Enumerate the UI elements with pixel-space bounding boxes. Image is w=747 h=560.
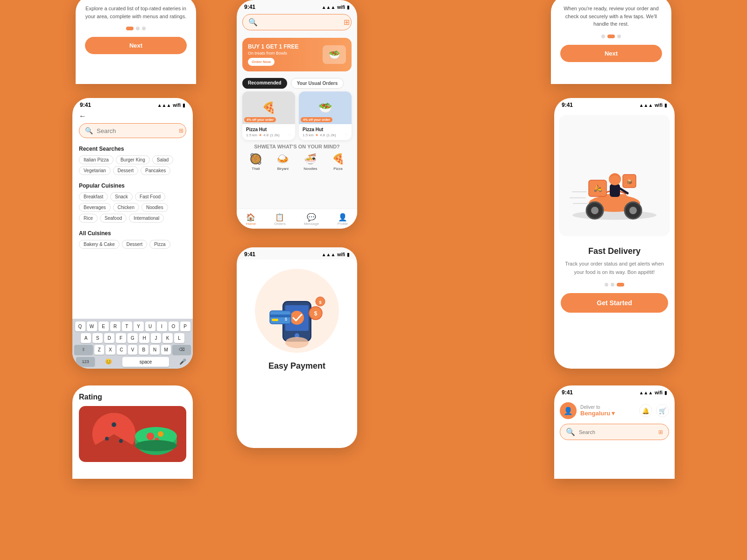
tab-recommended[interactable]: Recommended	[242, 78, 287, 89]
tag-italian-pizza[interactable]: Italian Pizza	[79, 155, 113, 164]
key-space[interactable]: space	[122, 357, 169, 367]
pizza-icon: 🍕	[332, 153, 345, 165]
tab-usual-orders[interactable]: Your Usual Orders	[291, 78, 344, 89]
nav-home[interactable]: 🏠 Home	[246, 213, 256, 226]
key-backspace[interactable]: ⌫	[172, 345, 191, 355]
tag-burger-king[interactable]: Burger King	[116, 155, 150, 164]
phone-search: 9:41 ▲▲▲ wifi ▮ ← 🔍 ⊞ Recent Searches It…	[72, 98, 193, 369]
key-e[interactable]: E	[99, 322, 109, 331]
food-image	[79, 406, 186, 462]
heart-icon-1[interactable]: ♡	[288, 133, 291, 137]
star-icon-1: ★	[259, 133, 262, 137]
restaurant-card-1[interactable]: 🍕 4% off your order Pizza Hut 1.5 km ★ 4…	[242, 91, 295, 140]
key-l[interactable]: L	[174, 333, 184, 343]
tag-rice[interactable]: Rice	[79, 214, 98, 223]
wifi-icon: wifi	[337, 5, 345, 10]
notification-icon[interactable]: 🔔	[639, 404, 652, 417]
tag-fast-food[interactable]: Fast Food	[135, 192, 165, 201]
tag-seafood[interactable]: Seafood	[100, 214, 127, 223]
signal-icon-p: ▲▲▲	[322, 252, 336, 257]
mic-key[interactable]: 🎤	[176, 357, 189, 367]
key-v[interactable]: V	[128, 345, 138, 355]
key-w[interactable]: W	[87, 322, 97, 331]
key-k[interactable]: K	[162, 333, 173, 343]
key-z[interactable]: Z	[94, 345, 104, 355]
search-input[interactable]	[97, 127, 175, 134]
food-item-thali[interactable]: 🥘 Thali	[249, 153, 262, 171]
tag-noodles[interactable]: Noodles	[141, 203, 168, 212]
tag-dessert-all[interactable]: Dessert	[122, 240, 147, 249]
svg-text:📦: 📦	[627, 179, 633, 185]
next-button-left[interactable]: Next	[85, 37, 187, 54]
tag-bakery-cake[interactable]: Bakery & Cake	[79, 240, 120, 249]
key-shift[interactable]: ⇧	[74, 345, 93, 355]
key-q[interactable]: Q	[75, 322, 85, 331]
key-y[interactable]: Y	[134, 322, 144, 331]
tag-salad[interactable]: Salad	[152, 155, 174, 164]
tag-breakfast[interactable]: Breakfast	[79, 192, 108, 201]
address-search-input[interactable]	[579, 429, 655, 435]
nav-orders[interactable]: 📋 Orders	[274, 213, 285, 226]
chevron-down-icon[interactable]: ▾	[612, 410, 615, 417]
key-a[interactable]: A	[81, 333, 91, 343]
tag-chicken[interactable]: Chicken	[113, 203, 139, 212]
kb-row-3: ⇧ Z X C V B N M ⌫	[74, 345, 191, 355]
search-bar[interactable]: 🔍 ⊞	[79, 123, 186, 138]
home-search-input[interactable]	[261, 19, 340, 26]
svg-point-6	[591, 207, 599, 214]
tag-snack[interactable]: Snack	[110, 192, 133, 201]
key-t[interactable]: T	[122, 322, 132, 331]
filter-icon: ⊞	[344, 18, 350, 27]
food-item-noodles[interactable]: 🍜 Noodles	[303, 153, 317, 171]
heart-icon-2[interactable]: ♡	[345, 133, 348, 137]
key-u[interactable]: U	[145, 322, 155, 331]
promo-banner[interactable]: BUY 1 GET 1 FREE On treats from Bowls Or…	[242, 38, 352, 71]
tag-vegetarian[interactable]: Vegetarian	[79, 166, 111, 175]
tag-beverages[interactable]: Beverages	[79, 203, 111, 212]
key-n[interactable]: N	[150, 345, 160, 355]
bottom-nav: 🏠 Home 📋 Orders 💬 Message 👤 Profile	[237, 209, 357, 229]
emoji-key[interactable]: 😊	[102, 357, 115, 367]
home-search-bar[interactable]: 🔍 ⊞	[242, 14, 352, 30]
restaurant-card-2[interactable]: 🥗 4% off your order Pizza Hut 1.5 km ★ 4…	[299, 91, 352, 140]
key-h[interactable]: H	[139, 333, 149, 343]
nav-profile[interactable]: 👤 Profile	[338, 213, 348, 226]
dot-2	[136, 27, 140, 30]
order-now-button[interactable]: Order Now	[248, 58, 275, 66]
profile-nav-icon: 👤	[338, 213, 348, 222]
key-123[interactable]: 123	[76, 357, 95, 366]
key-m[interactable]: M	[161, 345, 171, 355]
key-x[interactable]: X	[106, 345, 115, 355]
tag-dessert[interactable]: Dessert	[113, 166, 138, 175]
key-s[interactable]: S	[92, 333, 103, 343]
address-content: 👤 Deliver to Bengaluru ▾ 🔔 🛒 🔍 ⊞	[554, 398, 675, 445]
cart-icon[interactable]: 🛒	[656, 404, 669, 417]
key-b[interactable]: B	[139, 345, 148, 355]
key-f[interactable]: F	[116, 333, 126, 343]
food-item-biryani[interactable]: 🍛 Biryani	[276, 153, 289, 171]
key-r[interactable]: R	[110, 322, 120, 331]
svg-point-4	[629, 207, 637, 214]
key-j[interactable]: J	[151, 333, 161, 343]
shweta-section: SHWETA WHAT'S ON YOUR MIND? 🥘 Thali 🍛 Bi…	[237, 140, 357, 173]
key-i[interactable]: I	[157, 322, 167, 331]
tag-pizza-all[interactable]: Pizza	[149, 240, 170, 249]
key-d[interactable]: D	[104, 333, 114, 343]
nav-message[interactable]: 💬 Message	[304, 213, 319, 226]
key-c[interactable]: C	[117, 345, 127, 355]
svg-point-38	[147, 433, 154, 440]
tag-pancakes[interactable]: Pancakes	[141, 166, 170, 175]
back-button[interactable]: ←	[79, 112, 186, 120]
key-o[interactable]: O	[169, 322, 179, 331]
next-button-right[interactable]: Next	[560, 45, 662, 62]
get-started-button[interactable]: Get Started	[561, 293, 668, 313]
recent-searches-section: Recent Searches Italian Pizza Burger Kin…	[72, 142, 193, 179]
city-name: Bengaluru	[580, 410, 610, 417]
svg-text:$: $	[285, 317, 287, 322]
food-item-pizza[interactable]: 🍕 Pizza	[332, 153, 345, 171]
tag-international[interactable]: International	[129, 214, 164, 223]
address-search-bar[interactable]: 🔍 ⊞	[560, 424, 669, 440]
search-bar-icon: 🔍	[85, 127, 93, 134]
key-p[interactable]: P	[180, 322, 190, 331]
key-g[interactable]: G	[127, 333, 138, 343]
